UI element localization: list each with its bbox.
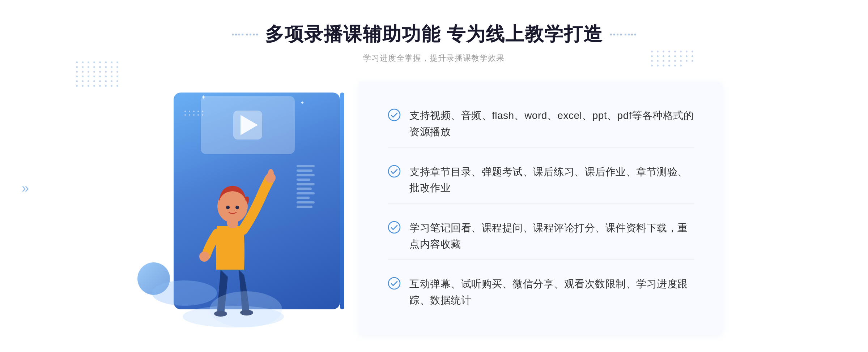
sparkle-small-icon: ✦ — [300, 100, 305, 106]
svg-point-6 — [235, 206, 239, 209]
svg-point-8 — [199, 252, 209, 262]
check-icon-2 — [388, 165, 401, 178]
check-icon-3 — [388, 221, 401, 234]
page-title: 多项录播课辅助功能 专为线上教学打造 — [265, 22, 603, 47]
check-icon-4 — [388, 277, 401, 290]
stripes-decoration — [297, 165, 318, 208]
title-deco-left — [232, 34, 258, 35]
title-row: 多项录播课辅助功能 专为线上教学打造 — [232, 22, 636, 47]
header-section: 多项录播课辅助功能 专为线上教学打造 学习进度全掌握，提升录播课教学效果 — [232, 22, 636, 64]
title-deco-right — [610, 34, 636, 35]
feature-item-1: 支持视频、音频、flash、word、excel、ppt、pdf等各种格式的资源… — [388, 100, 694, 148]
sparkle-icon: ✦ — [201, 93, 206, 101]
feature-text-2: 支持章节目录、弹题考试、课后练习、课后作业、章节测验、批改作业 — [409, 164, 694, 197]
dot-decoration-right — [651, 51, 694, 66]
svg-point-12 — [388, 222, 400, 233]
dot-decoration-left — [76, 61, 119, 87]
accent-bar — [340, 93, 344, 309]
feature-item-4: 互动弹幕、试听购买、微信分享、观看次数限制、学习进度跟踪、数据统计 — [388, 269, 694, 316]
svg-point-5 — [226, 206, 230, 209]
illustration-area: ✦ ✦ — [145, 82, 354, 327]
deco-ellipse-bottom — [152, 280, 217, 306]
feature-item-2: 支持章节目录、弹题考试、课后练习、课后作业、章节测验、批改作业 — [388, 157, 694, 204]
svg-point-11 — [388, 166, 400, 177]
feature-text-1: 支持视频、音频、flash、word、excel、ppt、pdf等各种格式的资源… — [409, 108, 694, 140]
page-container: » 多项录播课辅助功能 专为线上教学打造 学习进度全掌握，提升录播课教学效果 — [0, 0, 868, 352]
check-icon-1 — [388, 108, 401, 121]
main-content: ✦ ✦ — [145, 82, 723, 335]
svg-point-9 — [210, 291, 282, 327]
features-panel: 支持视频、音频、flash、word、excel、ppt、pdf等各种格式的资源… — [359, 82, 723, 335]
svg-point-13 — [388, 278, 400, 289]
svg-point-10 — [388, 109, 400, 121]
card-dot-pattern — [184, 111, 204, 116]
chevron-decoration: » — [22, 181, 29, 196]
feature-text-3: 学习笔记回看、课程提问、课程评论打分、课件资料下载，重点内容收藏 — [409, 220, 694, 253]
page-subtitle: 学习进度全掌握，提升录播课教学效果 — [232, 53, 636, 64]
feature-item-3: 学习笔记回看、课程提问、课程评论打分、课件资料下载，重点内容收藏 — [388, 213, 694, 260]
feature-text-4: 互动弹幕、试听购买、微信分享、观看次数限制、学习进度跟踪、数据统计 — [409, 276, 694, 309]
